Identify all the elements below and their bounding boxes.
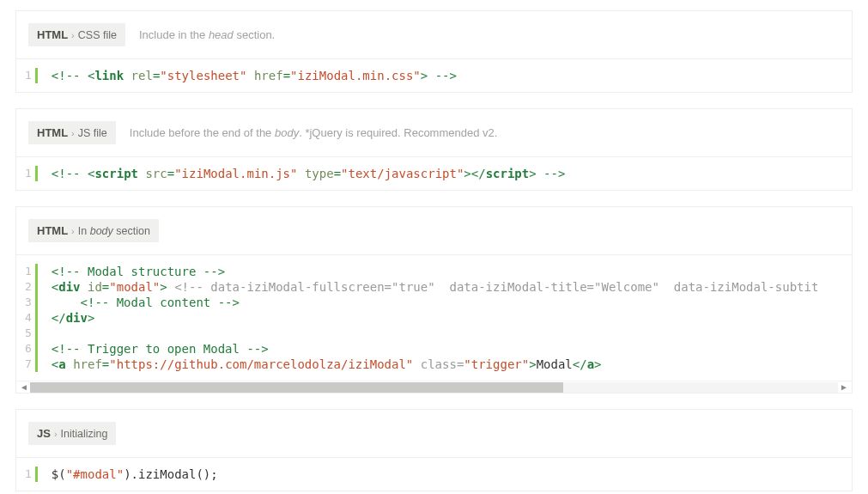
chevron-right-icon: ›: [54, 429, 58, 439]
scroll-track[interactable]: [30, 382, 838, 393]
code-panel: HTML›CSS fileInclude in the head section…: [15, 10, 853, 93]
header-note: Include before the end of the body. *jQu…: [130, 126, 498, 139]
line-number: 1: [25, 68, 32, 83]
panel-header: HTML›CSS fileInclude in the head section…: [16, 11, 852, 58]
code-line: <!-- Trigger to open Modal -->: [52, 341, 843, 357]
line-number-gutter: 1: [16, 59, 35, 92]
line-number-gutter: 1: [16, 157, 35, 190]
code-line: <!-- <script src="iziModal.min.js" type=…: [52, 166, 843, 181]
code-content[interactable]: <!-- <script src="iziModal.min.js" type=…: [38, 157, 852, 190]
code-block[interactable]: 1<!-- <script src="iziModal.min.js" type…: [16, 156, 852, 190]
line-number: 2: [25, 279, 32, 295]
language-tag: HTML›CSS file: [28, 23, 125, 46]
code-block[interactable]: 1$("#modal").iziModal();: [16, 457, 852, 491]
code-line: <!-- Modal structure -->: [52, 264, 843, 279]
panel-header: HTML›JS fileInclude before the end of th…: [16, 109, 852, 156]
language-label: HTML: [37, 28, 68, 41]
chevron-right-icon: ›: [71, 128, 75, 138]
subsection-label: CSS file: [78, 29, 117, 41]
line-number: 4: [25, 310, 32, 326]
code-panel: HTML›JS fileInclude before the end of th…: [15, 108, 853, 191]
line-number: 1: [25, 467, 32, 482]
line-number: 1: [25, 264, 32, 279]
scroll-thumb[interactable]: [30, 382, 563, 393]
panel-header: HTML›In body section: [16, 207, 852, 254]
language-tag: HTML›JS file: [28, 121, 116, 144]
line-number: 7: [25, 357, 32, 372]
code-panel: HTML›In body section1234567<!-- Modal st…: [15, 206, 853, 393]
code-line: <a href="https://github.com/marcelodolza…: [52, 357, 843, 372]
code-panel: JS›Initializing1$("#modal").iziModal();: [15, 409, 853, 491]
scroll-right-icon[interactable]: ►: [840, 383, 848, 392]
language-label: JS: [37, 427, 51, 440]
language-tag: HTML›In body section: [28, 219, 159, 242]
panel-header: JS›Initializing: [16, 410, 852, 457]
horizontal-scrollbar[interactable]: ◄►: [16, 381, 852, 393]
line-number: 5: [25, 326, 32, 341]
code-content[interactable]: <!-- <link rel="stylesheet" href="iziMod…: [38, 59, 852, 92]
line-number: 1: [25, 166, 32, 181]
line-number: 6: [25, 341, 32, 357]
code-line: <!-- <link rel="stylesheet" href="iziMod…: [52, 68, 843, 83]
subsection-label: In body section: [78, 225, 150, 237]
code-line: </div>: [52, 310, 843, 326]
code-line: [52, 326, 843, 341]
chevron-right-icon: ›: [71, 30, 75, 40]
language-label: HTML: [37, 224, 68, 237]
chevron-right-icon: ›: [71, 226, 75, 236]
subsection-label: Initializing: [61, 428, 108, 440]
code-line: $("#modal").iziModal();: [52, 467, 843, 482]
code-line: <!-- Modal content -->: [52, 295, 843, 310]
code-content[interactable]: $("#modal").iziModal();: [38, 458, 852, 491]
code-line: <div id="modal"> <!-- data-iziModal-full…: [52, 279, 843, 295]
line-number-gutter: 1: [16, 458, 35, 491]
header-note: Include in the head section.: [139, 28, 275, 41]
language-tag: JS›Initializing: [28, 422, 116, 445]
line-number: 3: [25, 295, 32, 310]
code-content[interactable]: <!-- Modal structure --><div id="modal">…: [38, 255, 852, 381]
code-block[interactable]: 1<!-- <link rel="stylesheet" href="iziMo…: [16, 58, 852, 92]
line-number-gutter: 1234567: [16, 255, 35, 381]
language-label: HTML: [37, 126, 68, 139]
subsection-label: JS file: [78, 127, 107, 139]
code-block[interactable]: 1234567<!-- Modal structure --><div id="…: [16, 254, 852, 381]
scroll-left-icon[interactable]: ◄: [20, 383, 28, 392]
